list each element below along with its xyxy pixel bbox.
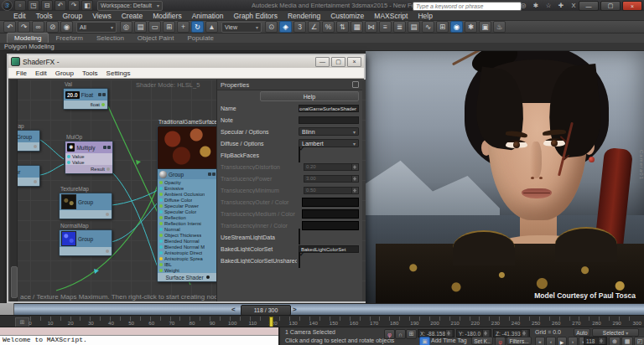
name-field[interactable]: TraditionalGameSurfaceShader xyxy=(299,105,359,112)
favorites-icon[interactable]: ☆ xyxy=(543,1,553,9)
output-port-dot[interactable] xyxy=(101,103,105,106)
ribbon-panel-strip[interactable]: Polygon Modeling xyxy=(0,43,644,51)
help-button[interactable]: Help xyxy=(260,91,359,101)
community-icon[interactable]: ✱ xyxy=(531,1,541,9)
node-toggle-icons[interactable] xyxy=(103,146,111,149)
window-crossing-icon[interactable]: ⊞ xyxy=(163,21,175,33)
ribbon-toggle-icon[interactable]: ▤ xyxy=(408,21,420,33)
listener-macro-row[interactable] xyxy=(0,327,278,336)
note-field[interactable] xyxy=(299,116,359,124)
node-toggle-icons[interactable] xyxy=(98,93,106,96)
bakedlightcolorset-field[interactable]: BakedLightColorSet xyxy=(299,245,359,253)
auto-key-button[interactable]: Auto xyxy=(574,328,590,337)
surface-input-port[interactable]: Normal xyxy=(158,226,217,232)
surface-input-port[interactable]: Blended Normal M xyxy=(158,244,217,250)
render-setup-icon[interactable]: ✱ xyxy=(465,21,477,33)
normalmap-node[interactable]: NormalMap Group xyxy=(59,229,112,256)
select-move-icon[interactable]: + xyxy=(177,21,190,33)
menu-item[interactable]: Help xyxy=(413,12,437,20)
color-swatch[interactable] xyxy=(302,198,359,207)
selection-lock-key-icon[interactable]: φ xyxy=(384,329,395,339)
menu-item[interactable]: Tools xyxy=(31,12,58,20)
rendered-frame-icon[interactable]: ▣ xyxy=(479,21,491,33)
save-file-icon[interactable]: ⊟ xyxy=(41,0,53,11)
menu-item[interactable]: Rendering xyxy=(283,12,325,20)
percent-snap-icon[interactable]: % xyxy=(322,21,335,33)
selection-filter-dropdown[interactable]: All xyxy=(76,22,117,33)
surface-input-port[interactable]: Specular Color xyxy=(158,209,217,214)
listener-output-row[interactable]: Welcome to MAXScript. xyxy=(0,336,278,345)
surface-input-port[interactable]: Reflection Intensi xyxy=(158,220,217,226)
previous-frame-button[interactable]: ‹ xyxy=(546,337,556,345)
curve-editor-icon[interactable]: ∿ xyxy=(422,21,434,33)
render-production-icon[interactable]: ♨ xyxy=(493,21,506,33)
menu-item[interactable]: Create xyxy=(117,12,148,20)
select-link-icon[interactable]: ∞ xyxy=(32,21,44,33)
align-icon[interactable]: ≡ xyxy=(379,21,392,33)
ribbon-tab[interactable]: Populate xyxy=(180,33,221,43)
go-to-start-button[interactable]: « xyxy=(535,337,545,345)
use-pivot-center-icon[interactable]: ⊙ xyxy=(265,21,278,33)
surface-input-port[interactable]: Specular Power xyxy=(158,203,217,209)
bind-spacewarp-icon[interactable]: ◉ xyxy=(60,21,73,33)
bakedlightcolorsetunshared-checkbox[interactable] xyxy=(299,252,300,268)
edit-named-selections-icon[interactable]: ▦ xyxy=(351,21,363,33)
texturemap-node[interactable]: TextureMap Group xyxy=(59,193,112,219)
surface-input-port[interactable]: Reflection xyxy=(158,214,217,220)
pan-view-icon[interactable]: ◰ xyxy=(634,337,644,345)
redo-quick-icon[interactable]: ↷ xyxy=(68,0,80,11)
select-scale-icon[interactable]: ▲ xyxy=(205,21,218,33)
menu-item[interactable]: Customize xyxy=(325,12,369,20)
spinner-snap-icon[interactable]: ⇅ xyxy=(336,21,349,33)
surface-input-port[interactable]: Anisotropic Direct xyxy=(158,250,217,255)
search-scope-icon[interactable]: ◎ xyxy=(518,1,528,9)
surface-input-port[interactable]: Weight xyxy=(158,267,217,273)
shaderfx-menu-item[interactable]: File xyxy=(12,70,31,77)
set-keys-key-icon[interactable]: φ xyxy=(495,337,506,345)
autodesk-360-icon[interactable]: X xyxy=(569,1,579,9)
3dsmax-logo-icon[interactable]: 3 xyxy=(2,0,13,11)
time-slider-track[interactable]: < 118 / 300 > xyxy=(0,303,644,315)
exchange-icon[interactable]: ✚ xyxy=(556,1,566,9)
input-port-dot[interactable] xyxy=(67,161,70,164)
menu-item[interactable]: Graph Editors xyxy=(228,12,282,20)
shaderfx-menu-item[interactable]: Settings xyxy=(102,70,135,77)
node-toggle-icons[interactable] xyxy=(208,172,216,176)
ribbon-tab[interactable]: Selection xyxy=(90,33,131,43)
close-button[interactable]: × xyxy=(622,1,642,11)
zoom-icon[interactable]: ⊕ xyxy=(609,337,621,345)
help-search-input[interactable] xyxy=(413,2,522,11)
lock-icon[interactable]: ∩ xyxy=(395,329,406,339)
camera-viewport[interactable]: Model Courtesy of Paul Tosca Camera01 xyxy=(366,51,644,303)
pin-icon[interactable] xyxy=(352,81,359,88)
surface-shader-node[interactable]: TraditionalGameSurfaceShad Group Opacity… xyxy=(157,126,218,282)
output-port-dot[interactable] xyxy=(106,213,109,216)
rectangular-region-icon[interactable]: ▭ xyxy=(148,21,161,33)
unlink-selection-icon[interactable]: ⊘ xyxy=(46,21,59,33)
track-bar[interactable]: ⊞ 01020304050607080901001101201301401501… xyxy=(0,315,644,327)
add-time-tag-label[interactable]: Add Time Tag xyxy=(431,337,467,343)
select-object-icon[interactable]: ◎ xyxy=(120,21,132,33)
menu-item[interactable]: Modifiers xyxy=(148,12,186,20)
project-folder-icon[interactable]: ◧ xyxy=(81,0,93,11)
mirror-icon[interactable]: ⋈ xyxy=(365,21,377,33)
open-file-icon[interactable]: ◳ xyxy=(28,0,39,11)
output-port-dot[interactable] xyxy=(106,250,109,253)
graph-vertical-scrollbar[interactable] xyxy=(10,80,18,301)
surface-input-port[interactable]: IBL xyxy=(158,261,217,267)
menu-item[interactable]: Group xyxy=(58,12,88,20)
new-file-icon[interactable]: ▫ xyxy=(14,0,26,11)
play-button[interactable]: ▶ xyxy=(557,337,567,345)
flipbackfaces-checkbox[interactable] xyxy=(299,147,300,162)
angle-snap-icon[interactable]: ∠ xyxy=(308,21,320,33)
sfx-minimize-button[interactable]: — xyxy=(315,57,330,67)
reference-coordinate-dropdown[interactable]: View xyxy=(221,22,262,33)
current-frame-field[interactable]: 118 xyxy=(584,337,607,345)
filters-button[interactable]: Filters... xyxy=(506,337,532,345)
select-rotate-icon[interactable]: ↻ xyxy=(191,21,204,33)
surface-input-port[interactable]: Diffuse Color xyxy=(158,197,217,203)
color-swatch[interactable] xyxy=(302,209,359,219)
undo-icon[interactable]: ↶ xyxy=(3,21,16,33)
menu-item[interactable]: Views xyxy=(87,12,117,20)
output-port-dot[interactable] xyxy=(106,167,110,171)
